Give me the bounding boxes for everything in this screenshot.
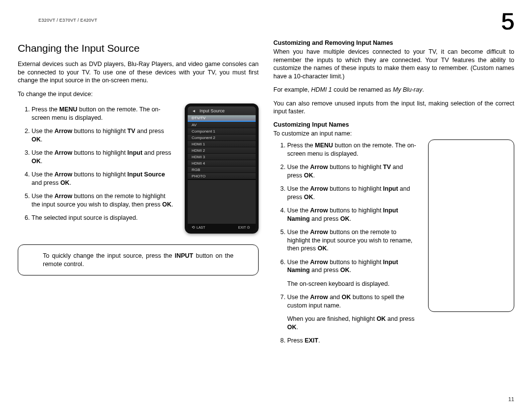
tv-item: HDMI 1: [188, 141, 256, 147]
subsection-title: Customizing Input Names: [273, 121, 514, 128]
step-1: Press the MENU button on the remote. The…: [287, 141, 419, 158]
body-text: When you have multiple devices connected…: [273, 48, 514, 80]
tv-item-selected: DTV/TV: [188, 115, 256, 122]
tv-item: HDMI 3: [188, 154, 256, 160]
page-number: 11: [508, 396, 514, 402]
tv-item: Component 2: [188, 135, 256, 141]
step-7: Use the Arrow and OK buttons to spell th…: [287, 293, 419, 331]
back-arrow-icon: ◂: [190, 108, 198, 113]
step-4: Use the Arrow buttons to highlight Input…: [32, 171, 176, 187]
customize-input-steps: Press the MENU button on the remote. The…: [273, 141, 419, 345]
tv-item: RGB: [188, 167, 256, 173]
left-column: Changing the Input Source External devic…: [18, 38, 259, 350]
tv-item: HDMI 4: [188, 160, 256, 167]
subsection-title: Customizing and Removing Input Names: [273, 39, 514, 46]
step-1: Press the MENU button on the remote. The…: [32, 105, 176, 122]
tip-callout: To quickly change the input source, pres…: [18, 244, 259, 275]
step-5: Use the Arrow buttons on the remote to h…: [287, 228, 419, 253]
exit-icon: ⊙: [247, 225, 250, 230]
placeholder-frame: [428, 139, 514, 312]
change-input-steps: Press the MENU button on the remote. The…: [18, 105, 176, 222]
tv-menu-screenshot: ◂ Input Source DTV/TV AV Component 1 Com…: [185, 103, 259, 234]
step-3: Use the Arrow buttons to highlight Input…: [287, 185, 419, 201]
tv-item: Component 1: [188, 128, 256, 135]
lead-line: To change the input device:: [18, 90, 259, 99]
lead-line: To customize an input name:: [273, 130, 514, 138]
chapter-number: 5: [501, 8, 514, 35]
return-icon: ⟲: [192, 225, 195, 230]
tv-item: AV: [188, 122, 256, 128]
section-title: Changing the Input Source: [18, 42, 259, 54]
tv-item: HDMI 2: [188, 147, 256, 154]
tv-menu-title: Input Source: [198, 108, 225, 113]
step-4: Use the Arrow buttons to highlight Input…: [287, 206, 419, 223]
tv-item: PHOTO: [188, 173, 256, 179]
right-column: Customizing and Removing Input Names Whe…: [273, 38, 514, 350]
model-header: E320VT / E370VT / E420VT: [38, 18, 97, 23]
intro-paragraph: External devices such as DVD players, Bl…: [18, 60, 259, 85]
step-2: Use the Arrow buttons to highlight TV an…: [287, 163, 419, 179]
step-8: Press EXIT.: [287, 337, 419, 345]
body-text: You can also remove unused inputs from t…: [273, 100, 514, 116]
step-6: The selected input source is displayed.: [32, 214, 176, 222]
step-5: Use the Arrow buttons on the remote to h…: [32, 192, 176, 208]
tv-menu-list: DTV/TV AV Component 1 Component 2 HDMI 1…: [188, 115, 256, 179]
step-6: Use the Arrow buttons to highlight Input…: [287, 258, 419, 288]
example-text: For example, HDMI 1 could be renamed as …: [273, 86, 514, 94]
step-3: Use the Arrow buttons to highlight Input…: [32, 149, 176, 165]
step-2: Use the Arrow buttons to highlight TV an…: [32, 127, 176, 143]
